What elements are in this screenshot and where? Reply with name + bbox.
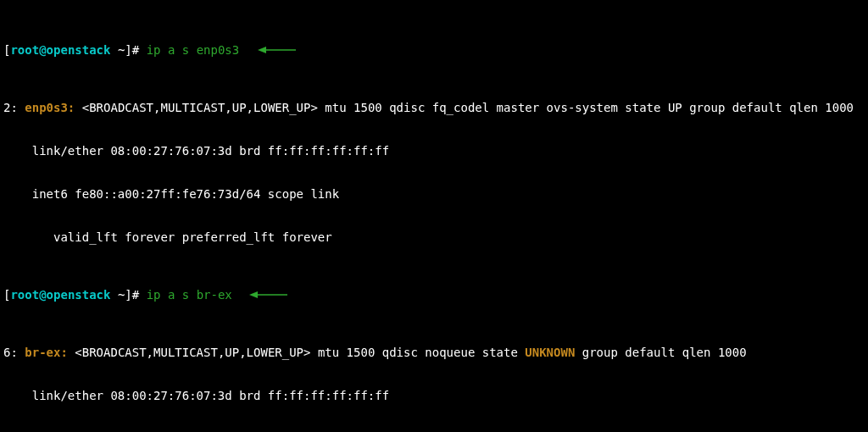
prompt-host: openstack — [47, 43, 111, 57]
terminal[interactable]: [root@openstack ~]# ip a s enp0s3 2: enp… — [0, 0, 868, 432]
iface-name-br-ex: br-ex: — [25, 346, 68, 359]
enp0s3-valid-lft: valid_lft forever preferred_lft forever — [3, 230, 865, 245]
arrow-annotation-icon — [258, 45, 297, 55]
prompt-line-1: [root@openstack ~]# ip a s enp0s3 — [3, 43, 865, 58]
enp0s3-link-ether: link/ether 08:00:27:76:07:3d brd ff:ff:f… — [3, 144, 865, 158]
enp0s3-inet6: inet6 fe80::a00:27ff:fe76:73d/64 scope l… — [3, 187, 865, 202]
command-ip-enp0s3: ip a s enp0s3 — [147, 43, 247, 57]
iface-br-ex-header: 6: br-ex: <BROADCAST,MULTICAST,UP,LOWER_… — [3, 346, 865, 360]
prompt-at: @ — [39, 43, 46, 57]
arrow-annotation-icon — [249, 290, 288, 300]
prompt-line-2: [root@openstack ~]# ip a s br-ex — [3, 288, 865, 302]
br-ex-link-ether: link/ether 08:00:27:76:07:3d brd ff:ff:f… — [3, 389, 865, 403]
prompt-user: root — [10, 43, 39, 57]
iface-name-enp0s3: enp0s3: — [25, 101, 75, 114]
state-unknown: UNKNOWN — [525, 346, 575, 359]
iface-enp0s3-header: 2: enp0s3: <BROADCAST,MULTICAST,UP,LOWER… — [3, 101, 865, 115]
command-ip-br-ex: ip a s br-ex — [147, 288, 240, 302]
svg-marker-3 — [249, 291, 258, 298]
svg-marker-1 — [258, 47, 266, 53]
